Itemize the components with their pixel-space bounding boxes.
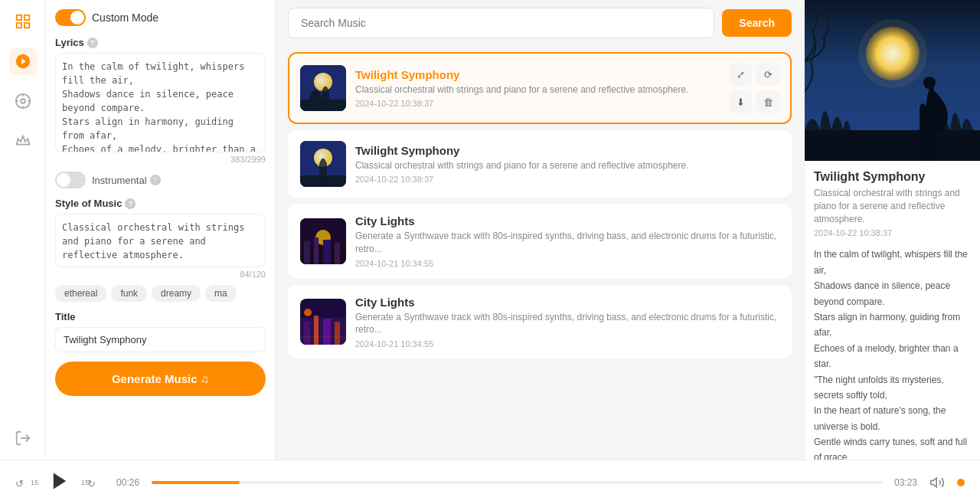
svg-rect-32 bbox=[805, 130, 980, 161]
detail-desc: Classical orchestral with strings and pi… bbox=[814, 187, 971, 225]
album-art bbox=[805, 0, 980, 161]
song-title-twilight-2: Twilight Symphony bbox=[355, 144, 779, 157]
progress-fill bbox=[152, 481, 239, 484]
instrumental-toggle[interactable] bbox=[55, 172, 86, 188]
sidebar-icon-crown[interactable] bbox=[9, 127, 37, 155]
song-thumb-city-2 bbox=[300, 299, 346, 345]
lyrics-help-icon[interactable]: ? bbox=[87, 38, 98, 48]
lyrics-textarea[interactable]: In the calm of twilight, whispers fill t… bbox=[55, 53, 266, 152]
delete-button-twilight-1[interactable]: 🗑 bbox=[756, 90, 779, 113]
svg-rect-26 bbox=[323, 319, 331, 345]
sidebar-icon-grid[interactable] bbox=[9, 8, 37, 35]
title-input[interactable] bbox=[55, 327, 266, 352]
volume-button[interactable] bbox=[929, 475, 945, 490]
song-desc-city-2: Generate a Synthwave track with 80s-insp… bbox=[355, 311, 779, 337]
svg-rect-18 bbox=[314, 237, 318, 264]
song-date-twilight-2: 2024-10-22 10:38:37 bbox=[355, 175, 779, 184]
expand-button-twilight-1[interactable]: ⤢ bbox=[729, 63, 752, 86]
song-thumb-twilight-1 bbox=[300, 65, 346, 111]
tag-funk[interactable]: funk bbox=[111, 285, 147, 302]
song-desc-city-1: Generate a Synthwave track with 80s-insp… bbox=[355, 230, 779, 256]
song-title-city-2: City Lights bbox=[355, 296, 779, 309]
share-button-twilight-1[interactable]: ⟳ bbox=[756, 63, 779, 86]
detail-content: Twilight Symphony Classical orchestral w… bbox=[805, 161, 980, 460]
generate-button[interactable]: Generate Music ♫ bbox=[55, 362, 266, 396]
forward-button[interactable]: 15 ↻ bbox=[81, 474, 104, 491]
search-button[interactable]: Search bbox=[722, 9, 792, 37]
song-actions-twilight-1: ⤢ ⟳ ⬇ 🗑 bbox=[729, 63, 779, 113]
svg-rect-27 bbox=[335, 322, 340, 345]
song-info-twilight-1: Twilight Symphony Classical orchestral w… bbox=[355, 68, 720, 109]
svg-rect-17 bbox=[304, 241, 310, 264]
svg-point-33 bbox=[923, 77, 936, 89]
time-current: 00:26 bbox=[116, 477, 139, 488]
search-bar-row: Search bbox=[276, 0, 804, 46]
song-title-city-1: City Lights bbox=[355, 214, 779, 227]
song-desc-twilight-1: Classical orchestral with strings and pi… bbox=[355, 83, 720, 97]
right-panel: Twilight Symphony Classical orchestral w… bbox=[804, 0, 980, 460]
song-date-city-1: 2024-10-21 10:34:55 bbox=[355, 259, 779, 268]
svg-marker-35 bbox=[54, 473, 66, 489]
instrumental-knob bbox=[57, 173, 70, 187]
sidebar bbox=[0, 0, 46, 460]
player-bar: ↺ 15 15 ↻ 00:26 03:23 bbox=[0, 460, 980, 504]
svg-marker-37 bbox=[931, 478, 937, 487]
song-thumb-twilight-2 bbox=[300, 141, 346, 187]
song-card-city-2[interactable]: City Lights Generate a Synthwave track w… bbox=[288, 285, 792, 360]
time-total: 03:23 bbox=[894, 477, 917, 488]
svg-rect-25 bbox=[314, 316, 318, 345]
svg-rect-24 bbox=[304, 322, 310, 345]
sidebar-icon-logout[interactable] bbox=[9, 424, 37, 452]
tag-ma[interactable]: ma bbox=[205, 285, 237, 302]
song-title-twilight-1: Twilight Symphony bbox=[355, 68, 720, 81]
custom-mode-label: Custom Mode bbox=[92, 11, 158, 24]
play-button[interactable] bbox=[47, 470, 72, 495]
svg-text:↻: ↻ bbox=[87, 477, 96, 489]
tags-row: ethereal funk dreamy ma bbox=[55, 285, 266, 302]
player-controls: ↺ 15 15 ↻ bbox=[15, 470, 104, 495]
detail-lyrics: In the calm of twilight, whispers fill t… bbox=[814, 247, 971, 460]
song-date-city-2: 2024-10-21 10:34:55 bbox=[355, 339, 779, 349]
custom-mode-toggle[interactable] bbox=[55, 9, 86, 26]
sidebar-icon-music[interactable] bbox=[9, 47, 37, 75]
style-help-icon[interactable]: ? bbox=[125, 198, 136, 209]
rewind-button[interactable]: ↺ 15 bbox=[15, 474, 38, 491]
song-thumb-city-1 bbox=[300, 218, 346, 264]
detail-title: Twilight Symphony bbox=[814, 170, 971, 184]
song-card-twilight-1[interactable]: Twilight Symphony Classical orchestral w… bbox=[288, 52, 792, 124]
download-button-twilight-1[interactable]: ⬇ bbox=[729, 90, 752, 113]
song-info-city-2: City Lights Generate a Synthwave track w… bbox=[355, 296, 779, 349]
svg-rect-1 bbox=[24, 15, 28, 20]
svg-rect-0 bbox=[16, 15, 21, 20]
song-date-twilight-1: 2024-10-22 10:38:37 bbox=[355, 99, 720, 108]
center-panel: Search Twilight Symphony Cl bbox=[276, 0, 804, 460]
song-card-twilight-2[interactable]: Twilight Symphony Classical orchestral w… bbox=[288, 130, 792, 198]
detail-date: 2024-10-22 10:38:37 bbox=[814, 228, 971, 237]
left-panel: Custom Mode Lyrics ? In the calm of twil… bbox=[46, 0, 276, 460]
search-input-wrap bbox=[288, 8, 714, 38]
song-info-city-1: City Lights Generate a Synthwave track w… bbox=[355, 214, 779, 268]
svg-rect-2 bbox=[16, 23, 21, 28]
lyrics-label: Lyrics ? bbox=[55, 37, 266, 48]
svg-point-23 bbox=[304, 309, 312, 316]
instrumental-help-icon[interactable]: ? bbox=[150, 175, 161, 185]
style-char-count: 84/120 bbox=[55, 270, 266, 279]
progress-bar[interactable] bbox=[152, 481, 882, 484]
volume-dot bbox=[957, 479, 965, 486]
svg-rect-19 bbox=[323, 240, 331, 264]
search-input[interactable] bbox=[301, 17, 701, 29]
tag-dreamy[interactable]: dreamy bbox=[152, 285, 201, 302]
instrumental-label: Instrumental ? bbox=[92, 175, 161, 186]
title-label: Title bbox=[55, 311, 266, 322]
svg-rect-20 bbox=[335, 243, 340, 264]
sidebar-icon-music-alt[interactable] bbox=[9, 87, 37, 115]
style-textarea[interactable]: Classical orchestral with strings and pi… bbox=[55, 214, 266, 267]
tag-ethereal[interactable]: ethereal bbox=[55, 285, 106, 302]
svg-rect-3 bbox=[24, 23, 28, 28]
song-card-city-1[interactable]: City Lights Generate a Synthwave track w… bbox=[288, 204, 792, 279]
song-desc-twilight-2: Classical orchestral with strings and pi… bbox=[355, 159, 779, 172]
svg-point-6 bbox=[21, 99, 25, 103]
song-info-twilight-2: Twilight Symphony Classical orchestral w… bbox=[355, 144, 779, 185]
lyrics-char-count: 383/2999 bbox=[55, 155, 266, 164]
svg-text:↺: ↺ bbox=[15, 477, 24, 489]
